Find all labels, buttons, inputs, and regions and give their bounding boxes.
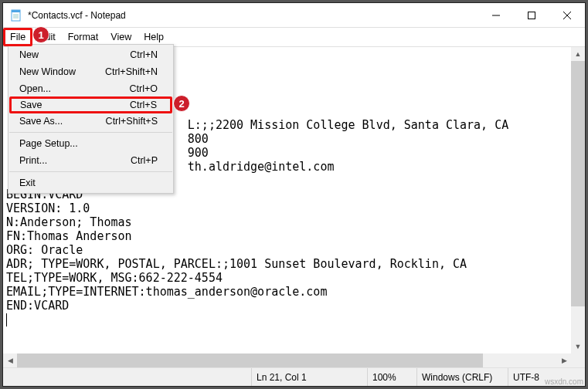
menu-label: Print...	[19, 155, 47, 166]
scroll-left-icon[interactable]: ◀	[3, 353, 17, 367]
vertical-scroll-thumb[interactable]	[571, 61, 585, 306]
menu-label: Exit	[19, 178, 36, 188]
menu-label: New Window	[19, 66, 76, 77]
menu-shortcut: Ctrl+Shift+S	[106, 116, 158, 127]
annotation-badge-1: 1	[32, 26, 49, 43]
menu-shortcut: Ctrl+O	[130, 83, 158, 94]
close-button[interactable]	[549, 3, 585, 28]
svg-rect-6	[529, 12, 535, 19]
file-dropdown-menu: New Ctrl+N New Window Ctrl+Shift+N Open.…	[8, 44, 174, 194]
text-cursor	[6, 313, 7, 326]
menu-item-open[interactable]: Open... Ctrl+O	[8, 80, 173, 97]
status-line-ending: Windows (CRLF)	[416, 368, 508, 386]
status-position: Ln 21, Col 1	[251, 368, 367, 386]
menu-separator	[9, 132, 172, 133]
scroll-up-icon[interactable]: ▲	[571, 47, 585, 61]
menu-label: Save	[20, 100, 42, 110]
menu-separator	[9, 171, 172, 172]
menu-shortcut: Ctrl+S	[130, 100, 157, 110]
menu-shortcut: Ctrl+Shift+N	[105, 66, 158, 77]
notepad-icon	[9, 8, 23, 22]
scroll-right-icon[interactable]: ▶	[557, 353, 571, 367]
status-bar: Ln 21, Col 1 100% Windows (CRLF) UTF-8	[3, 367, 585, 386]
annotation-badge-2: 2	[173, 95, 190, 112]
watermark: wsxdn.com	[545, 377, 583, 386]
horizontal-scrollbar[interactable]: ◀ ▶	[3, 353, 571, 367]
menu-shortcut: Ctrl+P	[131, 155, 158, 166]
menu-item-new-window[interactable]: New Window Ctrl+Shift+N	[8, 63, 173, 80]
title-bar: *Contacts.vcf - Notepad	[3, 3, 585, 28]
menu-label: New	[19, 49, 39, 60]
status-spacer	[3, 368, 251, 386]
menu-label: Open...	[19, 83, 51, 94]
vertical-scrollbar[interactable]: ▲ ▼	[571, 47, 585, 353]
menu-item-save[interactable]: Save Ctrl+S	[9, 96, 172, 113]
scroll-corner	[571, 353, 585, 367]
menu-item-save-as[interactable]: Save As... Ctrl+Shift+S	[8, 113, 173, 130]
menu-item-page-setup[interactable]: Page Setup...	[8, 135, 173, 152]
menu-label: Page Setup...	[19, 138, 78, 149]
scroll-down-icon[interactable]: ▼	[571, 340, 585, 353]
minimize-button[interactable]	[478, 3, 514, 28]
menu-file[interactable]: File	[3, 28, 32, 46]
menu-item-print[interactable]: Print... Ctrl+P	[8, 152, 173, 169]
maximize-button[interactable]	[514, 3, 549, 28]
window-title: *Contacts.vcf - Notepad	[28, 10, 126, 21]
horizontal-scroll-thumb[interactable]	[17, 353, 483, 367]
svg-rect-1	[12, 10, 20, 12]
menu-label: Save As...	[19, 116, 63, 127]
menu-shortcut: Ctrl+N	[130, 49, 158, 60]
menu-item-new[interactable]: New Ctrl+N	[8, 46, 173, 63]
status-zoom: 100%	[367, 368, 416, 386]
menu-item-exit[interactable]: Exit	[8, 174, 173, 191]
